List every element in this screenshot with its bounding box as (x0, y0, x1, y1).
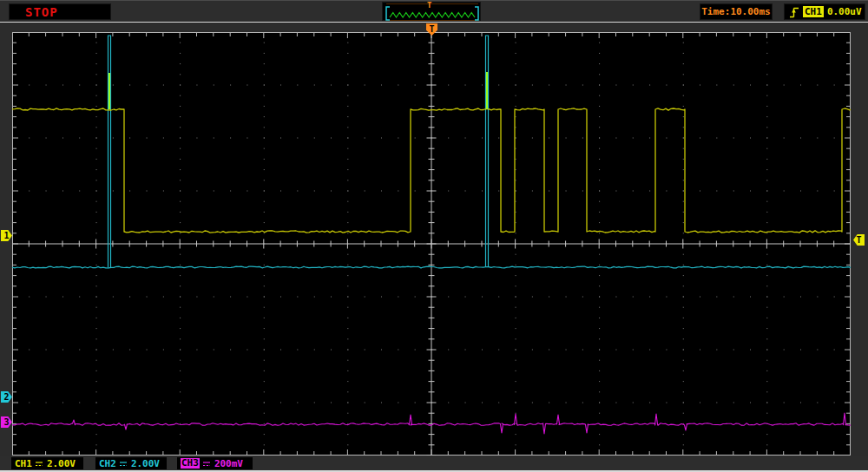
rising-edge-icon (789, 5, 799, 19)
waveform-preview: T (382, 2, 481, 21)
ch1-label: CH1 (15, 458, 32, 469)
oscilloscope-screen: STOP T Time:10.00ms CH1 0.00uV 1 2 3 T T… (0, 0, 868, 472)
display-area (0, 23, 868, 456)
preview-waveform (383, 3, 482, 22)
run-status: STOP (9, 3, 111, 20)
scope-graticule (12, 32, 851, 456)
dc-coupling-icon (119, 460, 128, 468)
bottombar: CH1 2.00V CH2 2.00V CH3 200mV (0, 456, 868, 472)
timebase-value: 10.00ms (730, 6, 770, 17)
topbar: STOP T Time:10.00ms CH1 0.00uV (0, 0, 868, 23)
trigger-level-value: 0.00uV (827, 6, 862, 17)
ch1-scale: 2.00V (47, 458, 76, 469)
ch2-scale: 2.00V (131, 458, 160, 469)
ch3-label: CH3 (181, 458, 200, 469)
dc-coupling-icon (202, 460, 212, 468)
preview-trigger-marker: T (427, 1, 431, 10)
ch2-label: CH2 (99, 458, 116, 469)
trigger-source-chip: CH1 (803, 6, 824, 17)
ch2-readout: CH2 2.00V (95, 457, 167, 469)
ch3-scale: 200mV (214, 458, 243, 469)
ch3-readout: CH3 200mV (177, 457, 253, 469)
dc-coupling-icon (35, 460, 44, 468)
timebase-display: Time:10.00ms (700, 3, 773, 20)
ch1-readout: CH1 2.00V (11, 457, 83, 469)
timebase-label: Time: (701, 6, 730, 17)
trigger-readout: CH1 0.00uV (784, 3, 865, 20)
